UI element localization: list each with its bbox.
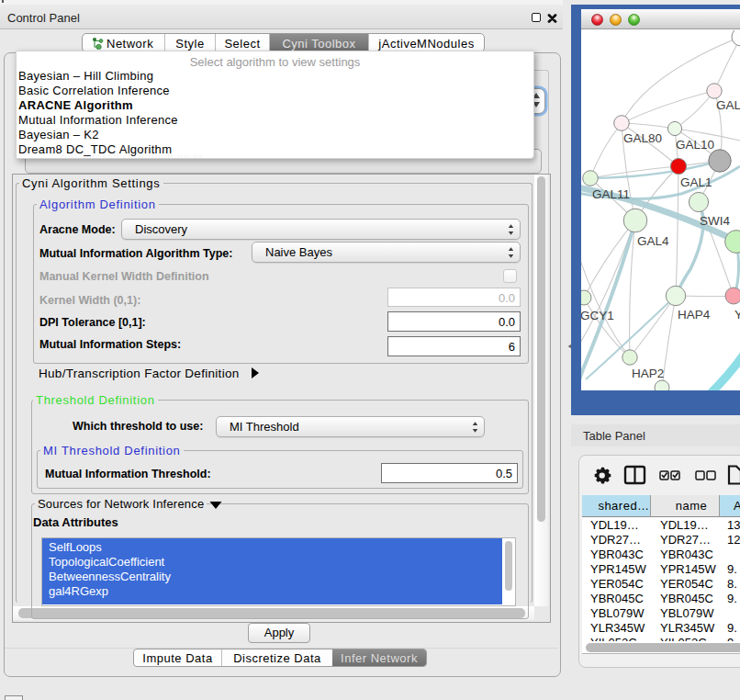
svg-text:GAL80: GAL80 [623,131,662,145]
svg-text:HAP2: HAP2 [632,367,664,380]
svg-text:GAL10: GAL10 [676,138,714,152]
svg-text:GAL4: GAL4 [637,234,669,248]
svg-text:GAL: GAL [716,98,740,112]
svg-text:HAP4: HAP4 [678,308,711,322]
svg-text:Y: Y [734,308,740,322]
svg-text:GCY1: GCY1 [581,309,614,322]
svg-text:GAL1: GAL1 [680,175,712,189]
svg-text:SWI4: SWI4 [700,214,730,228]
svg-text:GAL11: GAL11 [592,187,630,201]
